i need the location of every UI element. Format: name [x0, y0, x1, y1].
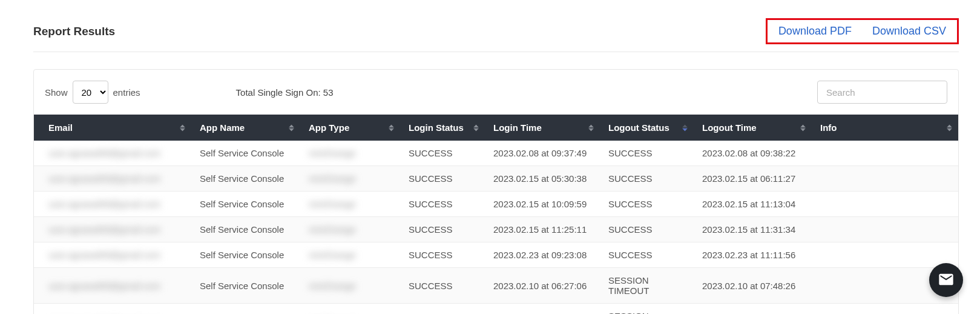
cell-apptype: miniOrange — [300, 141, 400, 166]
cell-appname: Self Service Console — [191, 166, 300, 192]
cell-loginstatus: SUCCESS — [400, 141, 485, 166]
cell-logintime: 2023.02.14 at 12:03:24 — [485, 304, 600, 315]
cell-appname: Self Service Console — [191, 217, 300, 242]
table-row: user.agrawal99@gmail.com Self Service Co… — [34, 242, 958, 268]
table-row: user.agrawal99@gmail.com Self Service Co… — [34, 141, 958, 166]
cell-logouttime: 2023.02.14 at 12:08:35 — [694, 304, 812, 315]
col-header-logintime[interactable]: Login Time — [485, 115, 600, 141]
cell-loginstatus: SUCCESS — [400, 268, 485, 304]
svg-marker-13 — [800, 128, 806, 131]
cell-logouttime: 2023.02.15 at 11:31:34 — [694, 217, 812, 242]
col-header-apptype-label: App Type — [309, 122, 349, 133]
svg-marker-7 — [473, 128, 479, 131]
table-row: user.agrawal99@gmail.com Self Service Co… — [34, 268, 958, 304]
table-row: user.agrawal99@gmail.com Self Service Co… — [34, 304, 958, 315]
page-title: Report Results — [33, 25, 115, 38]
col-header-loginstatus-label: Login Status — [409, 122, 464, 133]
svg-marker-8 — [588, 124, 594, 127]
cell-apptype: miniOrange — [300, 242, 400, 268]
col-header-apptype[interactable]: App Type — [300, 115, 400, 141]
cell-loginstatus: SUCCESS — [400, 192, 485, 217]
cell-loginstatus: SUCCESS — [400, 242, 485, 268]
download-box: Download PDF Download CSV — [766, 18, 959, 44]
cell-info — [812, 192, 958, 217]
svg-marker-2 — [289, 124, 294, 127]
chat-fab[interactable] — [929, 263, 963, 297]
cell-appname: Self Service Console — [191, 304, 300, 315]
cell-logoutstatus: SESSION TIMEOUT — [600, 304, 694, 315]
mail-icon — [938, 271, 955, 290]
table-row: user.agrawal99@gmail.com Self Service Co… — [34, 166, 958, 192]
cell-logoutstatus: SUCCESS — [600, 141, 694, 166]
cell-loginstatus: SUCCESS — [400, 166, 485, 192]
cell-logintime: 2023.02.15 at 11:25:11 — [485, 217, 600, 242]
cell-email: user.agrawal99@gmail.com — [34, 268, 191, 304]
cell-logouttime: 2023.02.23 at 11:11:56 — [694, 242, 812, 268]
cell-apptype: miniOrange — [300, 268, 400, 304]
cell-info — [812, 217, 958, 242]
col-header-appname[interactable]: App Name — [191, 115, 300, 141]
svg-marker-15 — [947, 128, 952, 131]
cell-apptype: miniOrange — [300, 304, 400, 315]
cell-email: user.agrawal99@gmail.com — [34, 141, 191, 166]
page-size-select[interactable]: 20 — [73, 81, 108, 104]
cell-email: user.agrawal99@gmail.com — [34, 304, 191, 315]
col-header-email[interactable]: Email — [34, 115, 191, 141]
svg-marker-10 — [682, 124, 688, 127]
sort-icon — [947, 124, 952, 131]
cell-logintime: 2023.02.10 at 06:27:06 — [485, 268, 600, 304]
divider — [33, 52, 959, 52]
cell-loginstatus: SUCCESS — [400, 304, 485, 315]
svg-marker-6 — [473, 124, 479, 127]
results-table: Email App Name App T — [34, 115, 958, 314]
cell-email: user.agrawal99@gmail.com — [34, 166, 191, 192]
entries-label: entries — [113, 87, 140, 98]
cell-logintime: 2023.02.15 at 10:09:59 — [485, 192, 600, 217]
cell-logintime: 2023.02.15 at 05:30:38 — [485, 166, 600, 192]
total-sso-label: Total Single Sign On: 53 — [236, 87, 334, 98]
cell-appname: Self Service Console — [191, 141, 300, 166]
col-header-logoutstatus[interactable]: Logout Status — [600, 115, 694, 141]
svg-marker-9 — [588, 128, 594, 131]
cell-email: user.agrawal99@gmail.com — [34, 217, 191, 242]
cell-info — [812, 242, 958, 268]
col-header-info-label: Info — [820, 122, 837, 133]
cell-logouttime: 2023.02.15 at 11:13:04 — [694, 192, 812, 217]
sort-icon — [473, 124, 479, 131]
svg-marker-14 — [947, 124, 952, 127]
table-row: user.agrawal99@gmail.com Self Service Co… — [34, 217, 958, 242]
cell-logoutstatus: SUCCESS — [600, 166, 694, 192]
cell-logoutstatus: SESSION TIMEOUT — [600, 268, 694, 304]
report-card: Show 20 entries Total Single Sign On: 53… — [33, 69, 959, 314]
cell-appname: Self Service Console — [191, 242, 300, 268]
cell-apptype: miniOrange — [300, 192, 400, 217]
svg-marker-11 — [682, 128, 688, 131]
cell-logoutstatus: SUCCESS — [600, 242, 694, 268]
col-header-logouttime[interactable]: Logout Time — [694, 115, 812, 141]
col-header-logintime-label: Login Time — [493, 122, 542, 133]
col-header-info[interactable]: Info — [812, 115, 958, 141]
download-pdf-link[interactable]: Download PDF — [778, 25, 852, 38]
svg-marker-0 — [180, 124, 185, 127]
sort-icon — [588, 124, 594, 131]
cell-email: user.agrawal99@gmail.com — [34, 192, 191, 217]
col-header-loginstatus[interactable]: Login Status — [400, 115, 485, 141]
col-header-logouttime-label: Logout Time — [702, 122, 757, 133]
sort-icon-active — [682, 124, 688, 131]
cell-logouttime: 2023.02.08 at 09:38:22 — [694, 141, 812, 166]
cell-appname: Self Service Console — [191, 268, 300, 304]
col-header-appname-label: App Name — [200, 122, 245, 133]
cell-apptype: miniOrange — [300, 166, 400, 192]
cell-info — [812, 166, 958, 192]
cell-logoutstatus: SUCCESS — [600, 192, 694, 217]
svg-marker-3 — [289, 128, 294, 131]
sort-icon — [389, 124, 394, 131]
cell-logouttime: 2023.02.15 at 06:11:27 — [694, 166, 812, 192]
search-input[interactable] — [817, 81, 947, 104]
svg-marker-4 — [389, 124, 394, 127]
cell-logintime: 2023.02.23 at 09:23:08 — [485, 242, 600, 268]
download-csv-link[interactable]: Download CSV — [872, 25, 946, 38]
col-header-logoutstatus-label: Logout Status — [608, 122, 669, 133]
show-label: Show — [45, 87, 68, 98]
cell-apptype: miniOrange — [300, 217, 400, 242]
